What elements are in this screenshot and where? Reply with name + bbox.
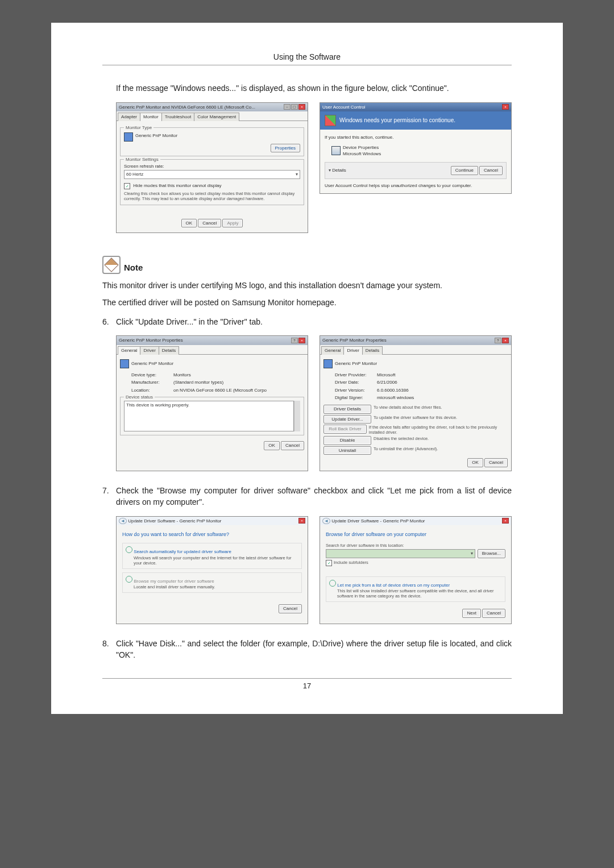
label: Driver Date: xyxy=(335,379,375,386)
close-icon[interactable]: × xyxy=(298,104,305,110)
disable-button[interactable]: Disable xyxy=(323,436,371,445)
browse-button[interactable]: Browse... xyxy=(478,549,505,558)
continue-button[interactable]: Continue xyxy=(451,166,478,175)
value: (Standard monitor types) xyxy=(173,379,223,386)
cancel-button[interactable]: Cancel xyxy=(198,219,221,228)
option-pick-from-list[interactable]: Let me pick from a list of device driver… xyxy=(326,576,505,603)
back-icon[interactable]: ◄ xyxy=(119,518,127,524)
maximize-icon[interactable]: ▢ xyxy=(291,104,298,110)
label: Driver Provider: xyxy=(335,372,375,379)
tabs: Adapter Monitor Troubleshoot Color Manag… xyxy=(117,111,308,121)
step-6: 6. Click "Update Driver..." in the "Driv… xyxy=(102,316,512,327)
tab-general[interactable]: General xyxy=(321,346,344,355)
step-text: Click "Update Driver..." in the "Driver"… xyxy=(116,316,512,327)
document-page: Using the Software If the message "Windo… xyxy=(51,23,563,714)
cancel-button[interactable]: Cancel xyxy=(479,166,503,175)
help-icon[interactable]: ? xyxy=(291,338,298,343)
path-combobox[interactable]: ▾ xyxy=(326,549,475,558)
next-button[interactable]: Next xyxy=(462,609,480,618)
tab-adapter[interactable]: Adapter xyxy=(118,113,140,121)
step-7: 7. Check the "Browse my computer for dri… xyxy=(102,485,512,508)
apply-button[interactable]: Apply xyxy=(222,219,243,228)
device-name: Generic PnP Monitor xyxy=(131,360,173,367)
value: on NVIDIA GeForce 6600 LE (Microsoft Cor… xyxy=(173,387,267,394)
update-driver-button[interactable]: Update Driver... xyxy=(323,415,371,424)
titlebar: Generic PnP Monitor and NVIDIA GeForce 6… xyxy=(117,103,308,112)
arrow-icon xyxy=(126,546,132,553)
button-desc: If the device fails after updating the d… xyxy=(369,425,508,435)
tab-troubleshoot[interactable]: Troubleshoot xyxy=(161,113,194,121)
refresh-rate-value: 60 Hertz xyxy=(126,171,143,178)
window-title: User Account Control xyxy=(322,104,366,111)
value: microsoft windows xyxy=(377,394,414,401)
window-title: Generic PnP Monitor Properties xyxy=(322,337,387,344)
help-icon[interactable]: ? xyxy=(495,338,501,343)
ok-button[interactable]: OK xyxy=(181,219,197,228)
chevron-down-icon: ▾ xyxy=(296,171,298,178)
close-icon[interactable]: × xyxy=(298,338,305,343)
option-desc: Locate and install driver software manua… xyxy=(134,584,298,589)
minimize-icon[interactable]: – xyxy=(284,104,291,110)
tab-driver[interactable]: Driver xyxy=(343,346,362,355)
tab-monitor[interactable]: Monitor xyxy=(140,113,162,121)
option-search-auto[interactable]: Search automatically for updated driver … xyxy=(122,543,302,569)
group-label: Monitor Settings xyxy=(124,156,160,163)
button-desc: To update the driver software for this d… xyxy=(374,415,457,420)
dialog-properties-general: Generic PnP Monitor Properties ?× Genera… xyxy=(116,335,308,471)
cancel-button[interactable]: Cancel xyxy=(281,441,304,450)
titlebar: ◄ Update Driver Software - Generic PnP M… xyxy=(117,517,308,526)
step-8: 8. Click "Have Disk..." and select the f… xyxy=(102,638,512,661)
value: Monitors xyxy=(173,372,191,379)
button-desc: To uninstall the driver (Advanced). xyxy=(374,446,438,451)
option-browse-computer[interactable]: Browse my computer for driver software L… xyxy=(122,572,302,593)
option-title: Search automatically for updated driver … xyxy=(134,549,231,554)
tab-details[interactable]: Details xyxy=(159,346,179,355)
cancel-button[interactable]: Cancel xyxy=(484,458,508,467)
tab-driver[interactable]: Driver xyxy=(140,346,159,355)
ok-button[interactable]: OK xyxy=(467,458,483,467)
ok-button[interactable]: OK xyxy=(264,441,280,450)
step-text: Click "Have Disk..." and select the fold… xyxy=(116,638,512,661)
driver-details-button[interactable]: Driver Details xyxy=(323,405,371,414)
close-icon[interactable]: × xyxy=(502,338,509,343)
include-subfolders-label: Include subfolders xyxy=(334,560,368,565)
label: Driver Version: xyxy=(335,387,375,394)
note-line-1: This monitor driver is under certifying … xyxy=(102,280,512,291)
tab-color-management[interactable]: Color Management xyxy=(194,113,239,121)
breadcrumb: Update Driver Software - Generic PnP Mon… xyxy=(128,518,221,524)
group-label: Device status xyxy=(124,394,155,401)
close-icon[interactable]: × xyxy=(502,104,509,110)
scrollbar[interactable] xyxy=(294,401,300,431)
details-label[interactable]: Details xyxy=(332,168,346,173)
option-desc: This list will show installed driver sof… xyxy=(337,588,502,599)
refresh-rate-select[interactable]: 60 Hertz ▾ xyxy=(124,170,300,179)
intro-paragraph: If the message "Windows needs..." is dis… xyxy=(116,82,512,94)
status-textarea: This device is working properly. xyxy=(124,401,294,431)
back-icon[interactable]: ◄ xyxy=(322,518,330,524)
cancel-button[interactable]: Cancel xyxy=(279,604,302,613)
rollback-driver-button[interactable]: Roll Back Driver xyxy=(323,425,367,434)
properties-button[interactable]: Properties xyxy=(271,144,300,153)
chevron-down-icon[interactable]: ▾ xyxy=(329,168,331,173)
figure-row-2: Generic PnP Monitor Properties ?× Genera… xyxy=(116,335,512,471)
close-icon[interactable]: × xyxy=(298,518,305,524)
include-subfolders-checkbox[interactable]: ✓ xyxy=(326,560,332,566)
uac-details-row: ▾ Details Continue Cancel xyxy=(325,162,507,179)
shield-icon xyxy=(325,115,336,126)
value: Microsoft xyxy=(377,372,395,379)
window-title: Generic PnP Monitor Properties xyxy=(119,337,183,344)
cancel-button[interactable]: Cancel xyxy=(482,609,505,618)
hide-modes-label: Hide modes that this monitor cannot disp… xyxy=(133,183,221,188)
uac-headline: Windows needs your permission to contion… xyxy=(339,117,455,125)
note-label: Note xyxy=(124,261,143,274)
hide-modes-checkbox[interactable]: ✓ xyxy=(124,183,130,189)
tab-details[interactable]: Details xyxy=(362,346,383,355)
titlebar: User Account Control × xyxy=(320,103,511,112)
dialog-uac: User Account Control × Windows needs you… xyxy=(320,102,512,194)
uninstall-button[interactable]: Uninstall xyxy=(323,446,371,455)
program-icon xyxy=(331,146,341,155)
close-icon[interactable]: × xyxy=(502,518,509,524)
option-title: Browse my computer for driver software xyxy=(134,579,214,584)
tab-general[interactable]: General xyxy=(118,346,140,355)
uac-headline-band: Windows needs your permission to contion… xyxy=(320,111,511,130)
